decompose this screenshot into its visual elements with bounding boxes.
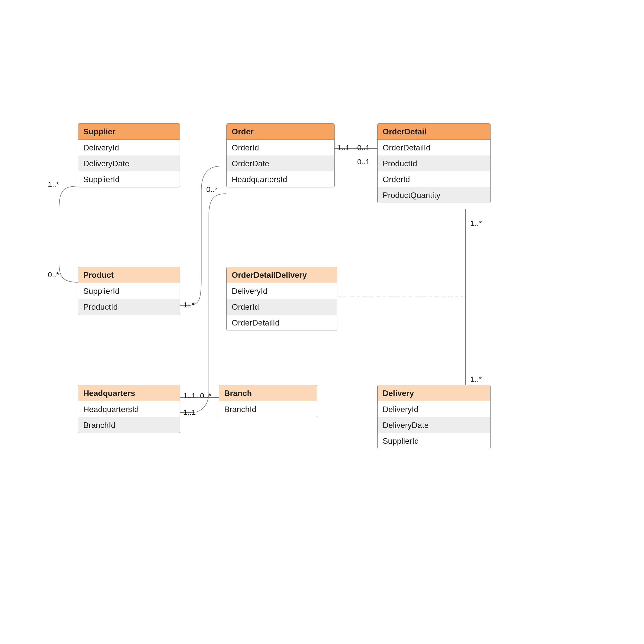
mult-branch-left: 0..* — [200, 391, 211, 400]
mult-delivery-top: 1..* — [470, 375, 482, 383]
entity-delivery: Delivery DeliveryId DeliveryDate Supplie… — [377, 385, 491, 449]
mult-order-left: 0..* — [206, 185, 218, 194]
entity-branch-title: Branch — [219, 385, 317, 401]
attr-delivery-deliveryid: DeliveryId — [378, 401, 490, 417]
mult-order-right: 1..1 — [337, 143, 350, 152]
entity-order: Order OrderId OrderDate HeadquartersId — [226, 123, 335, 187]
attr-odd-orderdetailid: OrderDetailId — [227, 315, 337, 331]
attr-delivery-deliverydate: DeliveryDate — [378, 417, 490, 433]
mult-supplier-side: 1..* — [48, 180, 59, 189]
attr-orderdetail-orderid: OrderId — [378, 171, 490, 187]
attr-supplier-deliveryid: DeliveryId — [78, 140, 180, 155]
mult-orderdetail-left-top: 0..1 — [357, 143, 370, 152]
attr-order-orderdate: OrderDate — [227, 155, 334, 171]
entity-product-title: Product — [78, 267, 180, 283]
mult-product-side: 0..* — [48, 270, 59, 279]
entity-orderdetaildelivery-title: OrderDetailDelivery — [227, 267, 337, 283]
mult-hq-right-bot: 1..1 — [183, 408, 196, 417]
attr-order-headquartersid: HeadquartersId — [227, 171, 334, 187]
attr-delivery-supplierid: SupplierId — [378, 433, 490, 449]
attr-orderdetail-orderdetailid: OrderDetailId — [378, 140, 490, 155]
mult-product-right: 1..* — [183, 301, 194, 309]
edge-supplier-product — [59, 186, 78, 282]
attr-hq-branchid: BranchId — [78, 417, 180, 433]
entity-orderdetail-title: OrderDetail — [378, 124, 490, 140]
attr-product-supplierid: SupplierId — [78, 283, 180, 299]
er-diagram-canvas: Supplier DeliveryId DeliveryDate Supplie… — [0, 0, 644, 644]
entity-branch: Branch BranchId — [219, 385, 317, 417]
entity-order-title: Order — [227, 124, 334, 140]
entity-supplier: Supplier DeliveryId DeliveryDate Supplie… — [78, 123, 180, 187]
attr-orderdetail-productquantity: ProductQuantity — [378, 187, 490, 203]
mult-orderdetail-bottom: 1..* — [470, 219, 482, 227]
entity-delivery-title: Delivery — [378, 385, 490, 401]
attr-hq-headquartersid: HeadquartersId — [78, 401, 180, 417]
attr-odd-deliveryid: DeliveryId — [227, 283, 337, 299]
entity-orderdetail: OrderDetail OrderDetailId ProductId Orde… — [377, 123, 491, 203]
entity-product: Product SupplierId ProductId — [78, 267, 180, 315]
attr-product-productid: ProductId — [78, 299, 180, 315]
entity-headquarters-title: Headquarters — [78, 385, 180, 401]
mult-orderdetail-left-mid: 0..1 — [357, 157, 370, 166]
attr-order-orderid: OrderId — [227, 140, 334, 155]
entity-supplier-title: Supplier — [78, 124, 180, 140]
attr-branch-branchid: BranchId — [219, 401, 317, 417]
attr-supplier-deliverydate: DeliveryDate — [78, 155, 180, 171]
attr-odd-orderid: OrderId — [227, 299, 337, 315]
entity-orderdetaildelivery: OrderDetailDelivery DeliveryId OrderId O… — [226, 267, 337, 331]
entity-headquarters: Headquarters HeadquartersId BranchId — [78, 385, 180, 433]
attr-orderdetail-productid: ProductId — [378, 155, 490, 171]
mult-hq-right-top: 1..1 — [183, 391, 196, 400]
attr-supplier-supplierid: SupplierId — [78, 171, 180, 187]
